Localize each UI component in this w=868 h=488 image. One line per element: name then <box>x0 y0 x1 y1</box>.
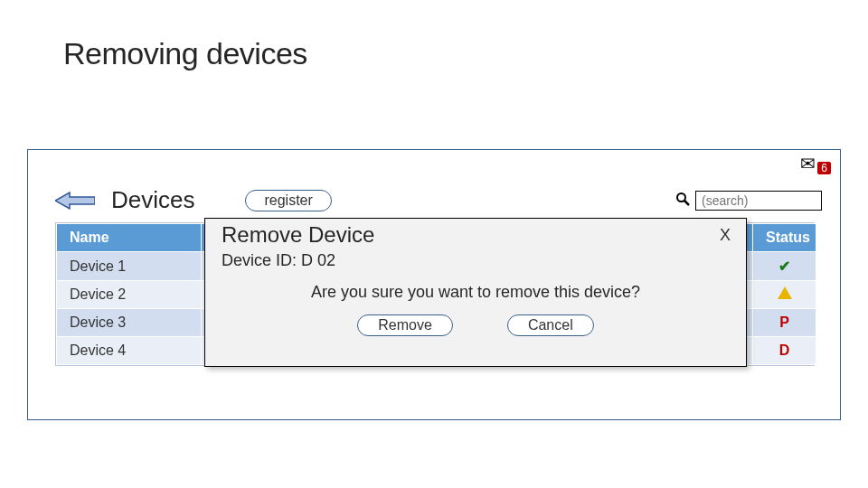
cell-name: Device 2 <box>57 281 202 309</box>
cell-status <box>753 281 816 309</box>
cell-status: P <box>753 309 816 337</box>
remove-device-modal: Remove Device X Device ID: D 02 Are you … <box>204 218 747 367</box>
remove-button[interactable]: Remove <box>357 314 453 336</box>
envelope-icon: ✉ <box>800 155 816 173</box>
modal-title: Remove Device <box>222 222 374 248</box>
notification-badge: 6 <box>817 162 831 174</box>
cell-name: Device 3 <box>57 309 202 337</box>
cell-status: D <box>753 337 816 365</box>
search-input[interactable] <box>695 191 822 211</box>
cell-name: Device 1 <box>57 252 202 281</box>
svg-marker-0 <box>55 192 95 209</box>
notification-area[interactable]: ✉ 6 <box>800 155 831 174</box>
devices-heading: Devices <box>111 186 194 214</box>
close-icon[interactable]: X <box>715 226 735 245</box>
modal-message: Are you sure you want to remove this dev… <box>205 270 746 302</box>
col-name: Name <box>57 224 202 252</box>
status-d: D <box>779 343 790 358</box>
register-button[interactable]: register <box>245 190 331 211</box>
page-title: Removing devices <box>0 0 868 71</box>
cell-status: ✔ <box>753 252 816 281</box>
modal-device-id: Device ID: D 02 <box>205 248 746 270</box>
app-panel: ✉ 6 Devices register Name Status <box>27 149 841 420</box>
modal-actions: Remove Cancel <box>205 302 746 336</box>
check-icon: ✔ <box>778 258 790 274</box>
header-row: Devices register <box>55 186 822 214</box>
col-status: Status <box>753 224 816 252</box>
search-icon <box>675 192 690 210</box>
status-p: P <box>779 314 789 330</box>
back-arrow-icon[interactable] <box>55 191 95 211</box>
svg-line-2 <box>684 201 689 205</box>
cancel-button[interactable]: Cancel <box>507 314 594 336</box>
cell-name: Device 4 <box>57 337 202 365</box>
warning-icon <box>778 286 792 299</box>
svg-point-1 <box>677 193 685 202</box>
